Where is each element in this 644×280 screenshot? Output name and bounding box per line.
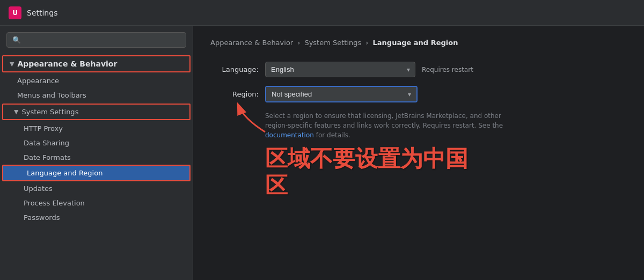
breadcrumb-sep-2: ›	[365, 39, 368, 47]
sidebar-item-data-sharing[interactable]: Data Sharing	[0, 136, 193, 150]
sidebar: ▼ Appearance & Behavior Appearance Menus…	[0, 26, 193, 280]
sidebar-item-appearance[interactable]: Appearance	[0, 73, 193, 88]
language-label: Language:	[210, 65, 259, 73]
sidebar-item-process-elevation[interactable]: Process Elevation	[0, 196, 193, 210]
region-select-wrapper: Not specified ▾	[265, 86, 418, 102]
region-label: Region:	[210, 90, 259, 98]
annotation-wrapper: 区域不要设置为中国 区	[265, 145, 627, 200]
breadcrumb: Appearance & Behavior › System Settings …	[210, 39, 627, 47]
chinese-annotation-line1: 区域不要设置为中国	[265, 145, 468, 172]
sidebar-group-appearance-behavior[interactable]: ▼ Appearance & Behavior	[2, 55, 191, 72]
chinese-annotation-line2: 区	[265, 172, 468, 199]
app-logo: U	[9, 6, 21, 19]
sidebar-nav: ▼ Appearance & Behavior Appearance Menus…	[0, 54, 193, 280]
sidebar-item-menus-toolbars[interactable]: Menus and Toolbars	[0, 88, 193, 102]
region-hint: Select a region to ensure that licensing…	[265, 111, 523, 140]
annotation-text: 区域不要设置为中国 区	[265, 145, 468, 200]
sidebar-item-language-region[interactable]: Language and Region	[2, 165, 191, 181]
requires-restart-label: Requires restart	[422, 66, 473, 73]
annotation-container: 区域不要设置为中国 区	[265, 145, 627, 200]
region-row: Region: Not specified ▾	[210, 86, 627, 102]
annotation-arrow	[233, 102, 276, 135]
breadcrumb-system-settings[interactable]: System Settings	[304, 39, 361, 47]
breadcrumb-appearance-behavior[interactable]: Appearance & Behavior	[210, 39, 293, 47]
language-row: Language: English ▾ Requires restart	[210, 62, 627, 77]
region-inner-wrapper: Not specified ▾	[266, 87, 416, 101]
main-layout: ▼ Appearance & Behavior Appearance Menus…	[0, 26, 644, 280]
title-bar: U Settings	[0, 0, 644, 26]
sidebar-item-updates[interactable]: Updates	[0, 181, 193, 196]
sidebar-item-date-formats[interactable]: Date Formats	[0, 150, 193, 165]
search-container	[0, 32, 193, 54]
sidebar-item-http-proxy[interactable]: HTTP Proxy	[0, 121, 193, 136]
chevron-down-icon: ▼	[14, 108, 18, 115]
language-select-wrapper: English ▾	[265, 62, 415, 77]
region-select[interactable]: Not specified	[266, 87, 416, 101]
content-area: Appearance & Behavior › System Settings …	[193, 26, 644, 280]
sidebar-group-system-settings[interactable]: ▼ System Settings	[2, 104, 191, 120]
breadcrumb-sep-1: ›	[297, 39, 300, 47]
breadcrumb-current: Language and Region	[373, 39, 458, 47]
language-select[interactable]: English	[265, 62, 415, 77]
chevron-down-icon: ▼	[10, 61, 14, 68]
sidebar-item-passwords[interactable]: Passwords	[0, 210, 193, 225]
app-title: Settings	[27, 9, 57, 17]
search-input[interactable]	[6, 32, 186, 48]
